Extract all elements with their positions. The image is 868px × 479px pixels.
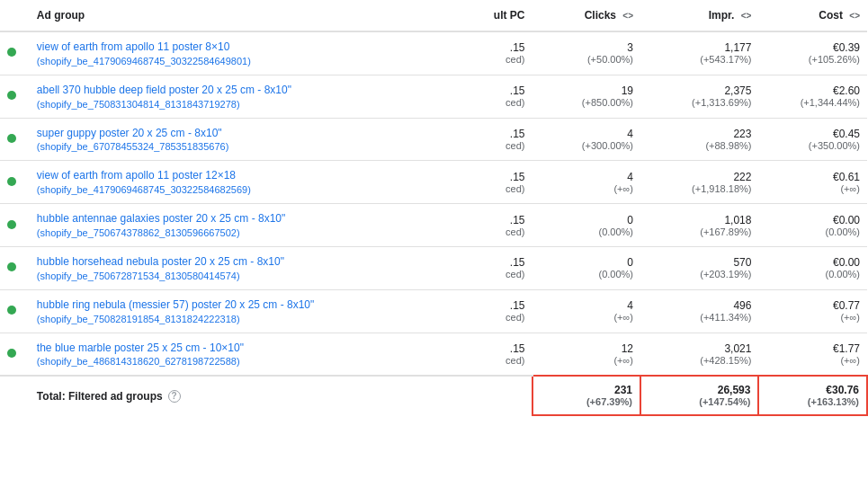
table-row: hubble horsehead nebula poster 20 x 25 c…: [0, 246, 867, 289]
adgroup-id: (shopify_be_750672871534_8130580414574): [37, 271, 240, 281]
impr-cell: 1,177(+543.17%): [640, 31, 758, 75]
status-cell: [0, 204, 30, 247]
total-clicks-cell: 231 (+67.39%): [532, 376, 641, 415]
adgroup-name-cell: view of earth from apollo 11 poster 8×10…: [30, 31, 453, 75]
status-dot: [7, 48, 16, 57]
adgroup-column-header: Ad group: [30, 0, 453, 31]
status-dot: [7, 177, 16, 186]
default-bid-cell: .15ced): [453, 31, 532, 75]
default-bid-cell: .15ced): [453, 289, 532, 333]
cost-column-header[interactable]: Cost <>: [758, 0, 867, 31]
status-cell: [0, 246, 30, 289]
cost-cell: €0.77(+∞): [758, 289, 867, 333]
total-default-bid-cell: [453, 376, 532, 415]
adgroup-link[interactable]: the blue marble poster 25 x 25 cm - 10×1…: [37, 342, 244, 354]
adgroup-id: (shopify_be_486814318620_6278198722588): [37, 356, 240, 367]
clicks-column-header[interactable]: Clicks <>: [532, 0, 641, 31]
adgroup-link[interactable]: super guppy poster 20 x 25 cm - 8x10": [37, 127, 222, 139]
help-icon[interactable]: ?: [168, 390, 181, 403]
default-bid-cell: .15ced): [453, 246, 532, 289]
status-dot: [7, 262, 16, 271]
table-row: the blue marble poster 25 x 25 cm - 10×1…: [0, 333, 867, 376]
impr-cell: 2,375(+1,313.69%): [640, 75, 758, 118]
impr-cell: 570(+203.19%): [640, 246, 758, 289]
total-label-cell: Total: Filtered ad groups ?: [30, 376, 453, 415]
impr-cell: 223(+88.98%): [640, 118, 758, 161]
impr-cell: 496(+411.34%): [640, 289, 758, 333]
clicks-cell: 0(0.00%): [532, 246, 641, 289]
total-row: Total: Filtered ad groups ? 231 (+67.39%…: [0, 376, 867, 415]
cost-cell: €2.60(+1,344.44%): [758, 75, 867, 118]
adgroup-link[interactable]: hubble ring nebula (messier 57) poster 2…: [37, 298, 314, 311]
clicks-sort-icon[interactable]: <>: [622, 11, 633, 21]
table-row: view of earth from apollo 11 poster 12×1…: [0, 161, 867, 204]
clicks-cell: 4(+300.00%): [532, 118, 641, 161]
default-bid-cell: .15ced): [453, 118, 532, 161]
table-row: hubble ring nebula (messier 57) poster 2…: [0, 289, 867, 333]
cost-cell: €0.00(0.00%): [758, 204, 867, 247]
adgroup-link[interactable]: abell 370 hubble deep field poster 20 x …: [37, 84, 291, 96]
status-column-header: [0, 0, 30, 31]
adgroup-name-cell: super guppy poster 20 x 25 cm - 8x10"(sh…: [30, 118, 453, 161]
impr-sort-icon[interactable]: <>: [741, 11, 752, 21]
table-row: view of earth from apollo 11 poster 8×10…: [0, 31, 867, 75]
status-dot: [7, 91, 16, 100]
clicks-cell: 12(+∞): [532, 333, 641, 376]
adgroup-name-cell: hubble horsehead nebula poster 20 x 25 c…: [30, 246, 453, 289]
table-row: abell 370 hubble deep field poster 20 x …: [0, 75, 867, 118]
total-impr-cell: 26,593 (+147.54%): [640, 376, 758, 415]
adgroup-id: (shopify_be_4179069468745_30322584682569…: [37, 184, 251, 195]
adgroup-id: (shopify_be_750831304814_8131843719278): [37, 99, 240, 110]
default-bid-cell: .15ced): [453, 75, 532, 118]
adgroup-id: (shopify_be_67078455324_785351835676): [37, 141, 228, 152]
clicks-cell: 19(+850.00%): [532, 75, 641, 118]
status-cell: [0, 118, 30, 161]
status-dot: [7, 349, 16, 358]
impr-column-header[interactable]: Impr. <>: [640, 0, 758, 31]
default-bid-cell: .15ced): [453, 204, 532, 247]
table-row: hubble antennae galaxies poster 20 x 25 …: [0, 204, 867, 247]
adgroup-name-cell: view of earth from apollo 11 poster 12×1…: [30, 161, 453, 204]
impr-cell: 3,021(+428.15%): [640, 333, 758, 376]
status-cell: [0, 289, 30, 333]
clicks-cell: 0(0.00%): [532, 204, 641, 247]
clicks-cell: 3(+50.00%): [532, 31, 641, 75]
default-bid-column-header: ult PC: [453, 0, 532, 31]
table-row: super guppy poster 20 x 25 cm - 8x10"(sh…: [0, 118, 867, 161]
adgroup-name-cell: hubble antennae galaxies poster 20 x 25 …: [30, 204, 453, 247]
impr-cell: 1,018(+167.89%): [640, 204, 758, 247]
status-cell: [0, 333, 30, 376]
status-cell: [0, 75, 30, 118]
adgroup-name-cell: the blue marble poster 25 x 25 cm - 10×1…: [30, 333, 453, 376]
clicks-cell: 4(+∞): [532, 289, 641, 333]
adgroup-id: (shopify_be_4179069468745_30322584649801…: [37, 56, 251, 67]
cost-cell: €0.45(+350.00%): [758, 118, 867, 161]
adgroup-id: (shopify_be_750674378862_8130596667502): [37, 227, 240, 238]
adgroup-name-cell: abell 370 hubble deep field poster 20 x …: [30, 75, 453, 118]
cost-cell: €0.39(+105.26%): [758, 31, 867, 75]
adgroup-link[interactable]: hubble antennae galaxies poster 20 x 25 …: [37, 212, 285, 225]
status-cell: [0, 161, 30, 204]
default-bid-cell: .15ced): [453, 161, 532, 204]
status-dot: [7, 220, 16, 229]
status-dot: [7, 134, 16, 143]
default-bid-cell: .15ced): [453, 333, 532, 376]
cost-cell: €0.00(0.00%): [758, 246, 867, 289]
total-status-cell: [0, 376, 30, 415]
adgroup-link[interactable]: hubble horsehead nebula poster 20 x 25 c…: [37, 255, 284, 268]
adgroup-id: (shopify_be_750828191854_8131824222318): [37, 314, 240, 324]
cost-cell: €0.61(+∞): [758, 161, 867, 204]
adgroup-link[interactable]: view of earth from apollo 11 poster 12×1…: [37, 169, 236, 182]
status-dot: [7, 306, 16, 315]
total-cost-cell: €30.76 (+163.13%): [758, 376, 867, 415]
cost-sort-icon[interactable]: <>: [849, 11, 860, 21]
impr-cell: 222(+1,918.18%): [640, 161, 758, 204]
clicks-cell: 4(+∞): [532, 161, 641, 204]
adgroup-name-cell: hubble ring nebula (messier 57) poster 2…: [30, 289, 453, 333]
status-cell: [0, 31, 30, 75]
adgroup-link[interactable]: view of earth from apollo 11 poster 8×10: [37, 40, 229, 53]
cost-cell: €1.77(+∞): [758, 333, 867, 376]
